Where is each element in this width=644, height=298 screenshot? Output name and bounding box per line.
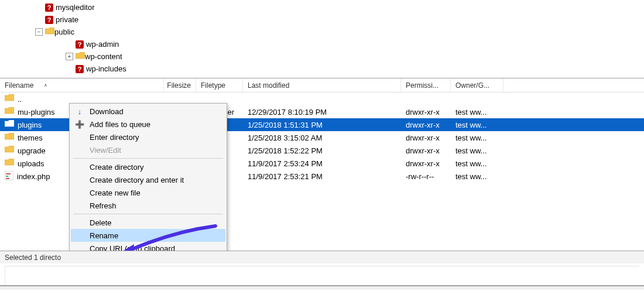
menu-item-label: Refresh (90, 201, 117, 210)
menu-item-add-files-to-queue[interactable]: ➕Add files to queue (71, 118, 225, 131)
menu-item-label: Create directory (90, 163, 143, 172)
menu-item-label: Add files to queue (90, 120, 150, 129)
file-owner: test ww... (451, 121, 503, 129)
header-filetype[interactable]: Filetype (196, 78, 243, 92)
file-permissions: drwxr-xr-x (401, 121, 451, 129)
tree-item[interactable]: ?wp-includes (0, 63, 644, 75)
file-name: plugins (18, 121, 42, 129)
file-name: .. (18, 95, 22, 104)
file-permissions: drwxr-xr-x (401, 133, 451, 142)
tree-item[interactable]: ?wp-admin (0, 38, 644, 50)
header-permissions[interactable]: Permissi... (401, 78, 451, 92)
tree-item-label: mysqleditor (56, 3, 94, 12)
file-owner: test ww... (451, 146, 503, 155)
menu-item-view-edit: View/Edit (71, 143, 225, 156)
status-text: Selected 1 directo (5, 254, 61, 262)
add-queue-icon: ➕ (74, 119, 85, 129)
file-name: uploads (18, 159, 44, 168)
menu-item-label: Download (90, 107, 124, 116)
menu-item-create-directory-and-enter-it[interactable]: Create directory and enter it (71, 173, 225, 186)
status-bar: Selected 1 directo (0, 251, 644, 263)
file-name: upgrade (18, 146, 46, 155)
file-owner: test ww... (451, 172, 503, 181)
svg-rect-2 (6, 173, 11, 174)
file-modified: 12/29/2017 8:10:19 PM (243, 108, 401, 117)
unknown-status-icon: ? (45, 15, 56, 24)
file-owner: test ww... (451, 133, 503, 142)
menu-item-delete[interactable]: Delete (71, 216, 225, 229)
file-owner: test ww... (451, 159, 503, 168)
menu-item-rename[interactable]: Rename (71, 229, 225, 242)
tree-item-label: wp-content (85, 52, 122, 61)
tree-item-label: private (56, 15, 78, 24)
menu-item-label: Copy URL(s) to clipboard (90, 244, 175, 251)
folder-icon (5, 94, 14, 104)
menu-item-label: Rename (90, 231, 118, 240)
menu-separator (73, 214, 223, 214)
tree-item-label: wp-admin (86, 40, 119, 49)
collapse-icon[interactable]: − (35, 28, 43, 36)
unknown-status-icon: ? (45, 3, 56, 12)
folder-icon (5, 146, 14, 155)
menu-separator (73, 158, 223, 159)
tree-item[interactable]: −public (0, 26, 644, 38)
header-filesize[interactable]: Filesize (164, 78, 196, 92)
unknown-status-icon: ? (76, 64, 86, 73)
menu-item-label: View/Edit (90, 146, 121, 155)
file-permissions: drwxr-xr-x (401, 159, 451, 168)
file-modified: 1/25/2018 3:15:02 AM (243, 133, 401, 142)
file-owner: test ww... (451, 108, 503, 117)
menu-item-label: Create directory and enter it (90, 176, 184, 184)
tree-item-label: wp-includes (86, 64, 126, 73)
file-permissions: -rw-r--r-- (401, 172, 451, 181)
file-name: index.php (17, 172, 50, 181)
unknown-status-icon: ? (76, 40, 86, 49)
folder-icon (5, 133, 14, 142)
menu-item-label: Enter directory (90, 133, 139, 142)
file-name: mu-plugins (18, 108, 55, 117)
expand-icon[interactable]: + (66, 53, 73, 60)
header-filename[interactable]: Filename∧ (0, 78, 164, 92)
svg-rect-1 (6, 176, 8, 177)
file-modified: 1/25/2018 1:52:22 PM (243, 146, 401, 155)
menu-item-create-directory[interactable]: Create directory (71, 160, 225, 173)
tree-item[interactable]: ?private (0, 13, 644, 26)
menu-item-refresh[interactable]: Refresh (71, 199, 225, 212)
folder-icon (5, 120, 14, 129)
file-modified: 11/9/2017 2:53:24 PM (243, 159, 401, 168)
folder-icon (45, 28, 54, 37)
tree-item-label: public (54, 28, 74, 36)
menu-item-label: Delete (90, 218, 112, 227)
remote-file-list[interactable]: Filename∧ Filesize Filetype Last modifie… (0, 78, 644, 251)
menu-item-copy-url-s-to-clipboard[interactable]: Copy URL(s) to clipboard (71, 242, 225, 251)
php-icon (5, 171, 13, 182)
file-modified: 11/9/2017 2:53:21 PM (243, 172, 401, 181)
context-menu[interactable]: ↓Download➕Add files to queueEnter direct… (69, 103, 227, 251)
menu-item-download[interactable]: ↓Download (71, 105, 225, 118)
menu-item-label: Create new file (90, 189, 141, 197)
tree-item[interactable]: +wp-content (0, 50, 644, 63)
download-icon: ↓ (74, 106, 85, 117)
file-permissions: drwxr-xr-x (401, 146, 451, 155)
folder-icon (76, 52, 85, 61)
svg-rect-3 (6, 178, 9, 179)
file-modified: 1/25/2018 1:51:31 PM (243, 121, 401, 129)
list-header[interactable]: Filename∧ Filesize Filetype Last modifie… (0, 78, 644, 93)
header-owner[interactable]: Owner/G... (451, 78, 503, 92)
remote-tree-pane[interactable]: ?mysqleditor?private−public?wp-admin+wp-… (0, 0, 644, 78)
sort-asc-icon: ∧ (44, 83, 47, 88)
file-name: themes (18, 133, 43, 142)
folder-icon (5, 159, 14, 168)
header-last-modified[interactable]: Last modified (243, 78, 401, 92)
empty-panel (5, 266, 639, 285)
bottom-separator (0, 285, 644, 290)
file-permissions: drwxr-xr-x (401, 108, 451, 117)
tree-item[interactable]: ?mysqleditor (0, 1, 644, 13)
menu-item-enter-directory[interactable]: Enter directory (71, 131, 225, 143)
folder-icon (5, 107, 14, 117)
menu-item-create-new-file[interactable]: Create new file (71, 186, 225, 199)
